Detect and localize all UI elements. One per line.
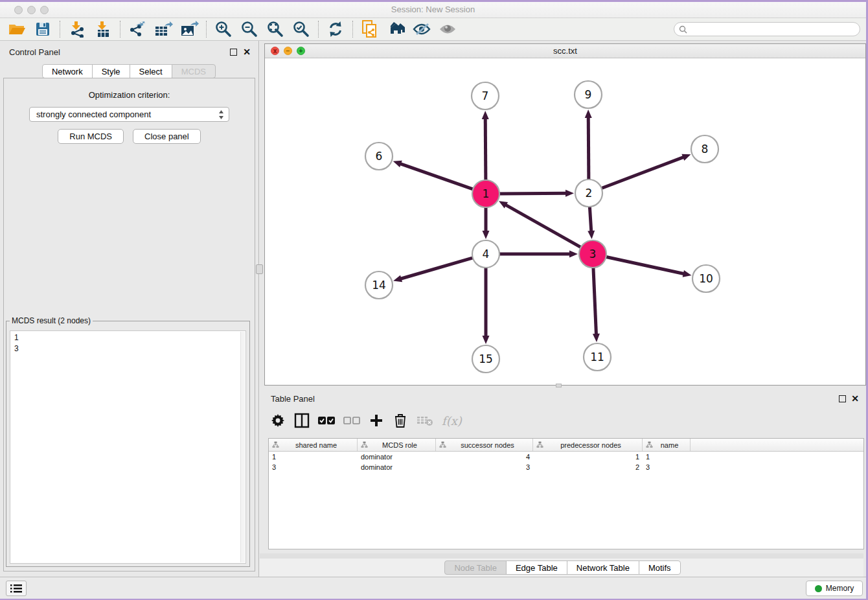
- graph-edge-1-6[interactable]: [400, 163, 474, 189]
- graph-edge-1-2[interactable]: [498, 193, 567, 194]
- run-mcds-button[interactable]: Run MCDS: [58, 129, 124, 144]
- graph-node-label-7: 7: [482, 89, 489, 102]
- table-row[interactable]: 3dominator323: [269, 462, 863, 472]
- network-canvas[interactable]: 7968124314101511: [265, 58, 865, 385]
- table-cell[interactable]: 3: [643, 462, 691, 472]
- table-header-row: shared nameMCDS rolesuccessor nodesprede…: [269, 439, 863, 452]
- criterion-dropdown[interactable]: strongly connected component: [29, 107, 229, 122]
- graph-edge-4-14[interactable]: [400, 257, 474, 279]
- tab-motifs[interactable]: Motifs: [639, 560, 681, 575]
- table-cell[interactable]: 3: [436, 462, 533, 472]
- graph-edge-3-10[interactable]: [605, 257, 685, 274]
- graph-edge-1-7[interactable]: [485, 118, 486, 181]
- zoom-fit-icon[interactable]: [262, 19, 288, 39]
- tab-network-table[interactable]: Network Table: [567, 560, 639, 575]
- task-history-button[interactable]: [6, 581, 27, 596]
- panel-divider-grip[interactable]: [256, 264, 263, 274]
- zoom-out-icon[interactable]: [236, 19, 262, 39]
- add-row-icon[interactable]: [369, 412, 384, 429]
- hide-graphics-details-icon[interactable]: [409, 19, 435, 39]
- table-scrollbar-track[interactable]: [260, 553, 863, 559]
- table-toolbar: f(x): [270, 410, 462, 432]
- graph-arrowhead-2-3: [588, 231, 595, 239]
- select-all-icon[interactable]: [318, 412, 335, 429]
- zoom-in-icon[interactable]: [211, 19, 236, 39]
- float-table-panel-icon[interactable]: [839, 395, 846, 402]
- delete-row-icon[interactable]: [393, 412, 408, 429]
- table-cell[interactable]: dominator: [358, 462, 436, 472]
- open-session-icon[interactable]: [4, 19, 30, 39]
- toolbar-separator: [206, 21, 207, 38]
- zoom-selected-icon[interactable]: [288, 19, 314, 39]
- graph-edge-3-1[interactable]: [505, 205, 582, 248]
- table-cell[interactable]: dominator: [358, 452, 436, 462]
- mcds-result-textarea[interactable]: 13: [10, 330, 246, 564]
- search-box[interactable]: [674, 22, 860, 36]
- table-cell[interactable]: 1: [269, 452, 358, 462]
- application-window: Session: New Session: [0, 2, 866, 599]
- float-panel-icon[interactable]: [230, 49, 237, 56]
- table-tabs: Node TableEdge TableNetwork TableMotifs: [260, 560, 866, 575]
- graph-edge-2-9[interactable]: [588, 117, 589, 181]
- export-network-icon[interactable]: [124, 19, 150, 39]
- close-panel-icon[interactable]: ✕: [243, 47, 251, 57]
- tab-network[interactable]: Network: [42, 64, 93, 78]
- graph-arrowhead-3-10: [683, 270, 692, 277]
- tab-node-table[interactable]: Node Table: [444, 560, 507, 575]
- export-image-icon[interactable]: [176, 19, 202, 39]
- graph-arrowhead-2-9: [585, 110, 592, 118]
- table-cell[interactable]: 1: [643, 452, 691, 462]
- close-table-panel-icon[interactable]: ✕: [851, 393, 859, 404]
- show-graphics-details-icon[interactable]: [435, 19, 461, 39]
- control-panel: Control Panel ✕ NetworkStyleSelectMCDS O…: [0, 41, 259, 577]
- graph-node-label-14: 14: [372, 279, 386, 292]
- control-panel-tabs: NetworkStyleSelectMCDS: [0, 64, 258, 78]
- deselect-all-icon[interactable]: [343, 412, 360, 429]
- column-header-predecessor-nodes[interactable]: predecessor nodes: [533, 439, 643, 451]
- result-scrollbar[interactable]: [240, 332, 245, 562]
- import-network-icon[interactable]: [64, 19, 90, 39]
- tab-style[interactable]: Style: [92, 64, 130, 78]
- home-icon[interactable]: [383, 19, 409, 39]
- settings-icon[interactable]: [270, 412, 286, 429]
- table-cell[interactable]: 1: [533, 452, 643, 462]
- table-row[interactable]: 1dominator411: [269, 452, 863, 462]
- folder-icon: [8, 21, 26, 38]
- graph-edge-2-3[interactable]: [589, 205, 591, 232]
- table-body: 1dominator4113dominator323: [269, 452, 863, 472]
- column-header-name[interactable]: name: [643, 439, 691, 451]
- column-header-shared-name[interactable]: shared name: [269, 439, 358, 451]
- result-line: 3: [14, 343, 246, 354]
- graph-node-label-2: 2: [586, 187, 593, 200]
- import-table-icon[interactable]: [90, 19, 116, 39]
- export-table-icon[interactable]: [150, 19, 176, 39]
- mcds-result-title: MCDS result (2 nodes): [10, 316, 93, 325]
- graph-arrowhead-4-15: [483, 336, 490, 344]
- show-column-icon[interactable]: [294, 412, 310, 429]
- floppy-icon: [34, 21, 51, 38]
- graph-edge-3-11[interactable]: [593, 266, 597, 335]
- table-cell[interactable]: 3: [269, 462, 358, 472]
- table-cell[interactable]: 2: [533, 462, 643, 472]
- network-from-file-icon[interactable]: [357, 19, 383, 39]
- column-header-successor-nodes[interactable]: successor nodes: [436, 439, 533, 451]
- search-input[interactable]: [690, 25, 860, 34]
- column-header-MCDS-role[interactable]: MCDS role: [358, 439, 436, 451]
- tab-select[interactable]: Select: [130, 64, 172, 78]
- graph-arrowhead-2-8: [681, 154, 691, 161]
- graph-node-label-8: 8: [702, 143, 709, 156]
- memory-button[interactable]: Memory: [806, 581, 863, 596]
- dropdown-stepper-icon: [218, 110, 224, 124]
- save-session-icon[interactable]: [30, 19, 56, 39]
- graph-edge-2-8[interactable]: [600, 157, 684, 189]
- refresh-layout-icon[interactable]: [323, 19, 348, 39]
- list-icon: [10, 584, 22, 593]
- delete-table-icon[interactable]: [417, 412, 433, 429]
- function-builder-icon[interactable]: f(x): [442, 412, 462, 429]
- tab-edge-table[interactable]: Edge Table: [506, 560, 567, 575]
- tab-mcds[interactable]: MCDS: [172, 64, 216, 78]
- workspace: x − + scc.txt 7968124314101511 Table Pan…: [260, 41, 866, 577]
- close-panel-button[interactable]: Close panel: [133, 129, 201, 144]
- table-panel: Table Panel ✕: [260, 387, 866, 577]
- table-cell[interactable]: 4: [436, 452, 533, 462]
